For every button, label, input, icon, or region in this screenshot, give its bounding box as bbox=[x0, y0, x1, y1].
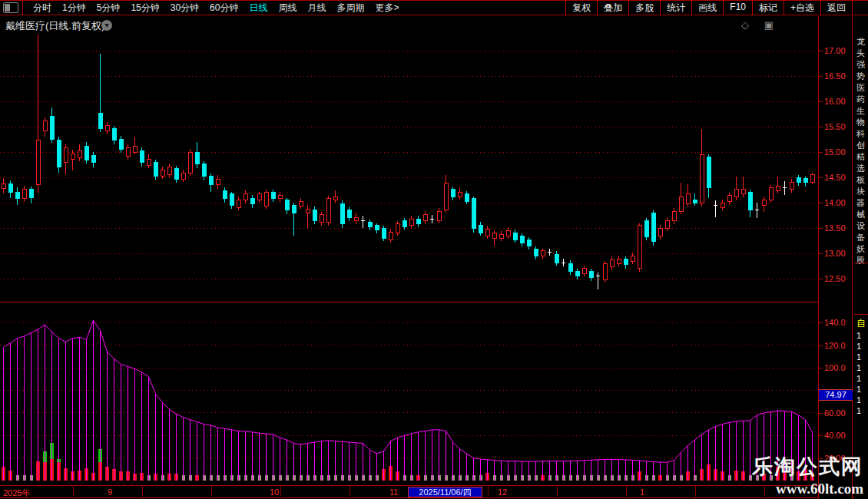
candle-body bbox=[382, 228, 386, 238]
menu-button-统计[interactable]: 统计 bbox=[661, 0, 692, 15]
time-axis-month-12: 12 bbox=[498, 487, 507, 497]
panel-divider bbox=[0, 302, 853, 302]
price-axis-tick bbox=[819, 228, 823, 229]
watchlist-name-char: 头 bbox=[856, 48, 868, 59]
candle-body bbox=[513, 233, 517, 240]
chevron-down-icon[interactable]: ▾ bbox=[101, 20, 112, 31]
candle-body bbox=[154, 163, 157, 176]
menu-button-画线[interactable]: 画线 bbox=[692, 0, 724, 15]
candle-body bbox=[36, 140, 40, 184]
candle-body bbox=[492, 233, 496, 238]
candle-body bbox=[396, 224, 399, 233]
menu-item-多周期[interactable]: 多周期 bbox=[331, 2, 369, 15]
watchlist-price-digit: 1 bbox=[856, 385, 861, 394]
menu-button-叠加[interactable]: 叠加 bbox=[598, 0, 629, 15]
candle-body bbox=[465, 194, 469, 201]
candle-body bbox=[244, 194, 247, 200]
candle-body bbox=[2, 183, 5, 189]
time-axis-tick bbox=[488, 486, 489, 497]
watchlist-name-char: 块 bbox=[856, 186, 868, 197]
candle-body bbox=[506, 230, 510, 236]
menu-item-月线[interactable]: 月线 bbox=[302, 2, 331, 15]
candle-body bbox=[84, 147, 88, 160]
menu-item-5分钟[interactable]: 5分钟 bbox=[91, 2, 126, 15]
candle-body bbox=[8, 183, 12, 193]
menu-button-多股[interactable]: 多股 bbox=[629, 0, 661, 15]
watchlist-name-char: 股 bbox=[856, 255, 868, 266]
menu-item-分时[interactable]: 分时 bbox=[28, 2, 57, 15]
candle-body bbox=[333, 197, 337, 200]
candle-body bbox=[423, 215, 427, 221]
price-axis-tick bbox=[819, 127, 823, 127]
candle-body bbox=[409, 219, 413, 225]
indicator-axis-label: 60.00 bbox=[824, 408, 846, 418]
time-axis-tick bbox=[142, 486, 143, 497]
price-axis[interactable]: 17.0016.5016.0015.5015.0014.5014.0013.50… bbox=[818, 16, 853, 499]
candle-body bbox=[451, 190, 455, 197]
pane-toggle-icon[interactable] bbox=[3, 2, 18, 13]
candle-body bbox=[195, 152, 199, 164]
candle-body bbox=[354, 217, 358, 221]
menu-button-返回[interactable]: 返回 bbox=[821, 0, 853, 15]
time-axis-line bbox=[0, 485, 853, 486]
candle-body bbox=[202, 164, 206, 177]
title-bar: 戴维医疗(日线.前复权) ▾ ◇ ▣ bbox=[0, 16, 818, 33]
candle-body bbox=[98, 113, 102, 128]
menu-button-标记[interactable]: 标记 bbox=[753, 0, 784, 15]
menu-item-30分钟[interactable]: 30分钟 bbox=[165, 2, 204, 15]
candlestick-chart[interactable] bbox=[0, 35, 818, 301]
price-axis-tick bbox=[819, 152, 823, 153]
candle-body bbox=[257, 194, 261, 200]
price-axis-label: 13.00 bbox=[824, 249, 846, 258]
watchlist-price-digit: 1 bbox=[856, 363, 861, 372]
candle-body bbox=[707, 157, 711, 188]
window-layout-icons[interactable]: ◇ ▣ bbox=[741, 19, 780, 31]
menu-item-1分钟[interactable]: 1分钟 bbox=[57, 2, 91, 15]
menu-button-+自选[interactable]: +自选 bbox=[784, 0, 821, 15]
price-axis-tick bbox=[819, 279, 823, 279]
menu-item-60分钟[interactable]: 60分钟 bbox=[204, 2, 244, 15]
watchlist-price-digit: 1 bbox=[856, 395, 861, 405]
time-axis-month-1: 1 bbox=[640, 487, 644, 497]
time-axis-month-10: 10 bbox=[270, 487, 279, 497]
candle-body bbox=[326, 198, 330, 223]
candle-body bbox=[347, 210, 351, 217]
strip-divider bbox=[854, 314, 868, 315]
watchlist-name-char: 选 bbox=[856, 163, 868, 174]
candle-body bbox=[741, 189, 745, 194]
watchlist-tab-label[interactable]: 自 bbox=[856, 317, 866, 330]
candle-body bbox=[174, 169, 178, 179]
candle-body bbox=[140, 150, 144, 163]
candle-body bbox=[575, 271, 579, 276]
candle-body bbox=[693, 200, 697, 203]
menu-item-日线[interactable]: 日线 bbox=[244, 2, 273, 15]
candle-body bbox=[126, 148, 130, 157]
candle-body bbox=[582, 269, 586, 274]
watermark-url: www.60lt.com bbox=[752, 481, 863, 497]
menu-item-更多>[interactable]: 更多> bbox=[369, 2, 404, 15]
indicator-axis-label: 120.0 bbox=[824, 341, 846, 350]
candle-body bbox=[485, 229, 489, 236]
candle-body bbox=[250, 198, 254, 203]
candle-body bbox=[644, 221, 648, 236]
menu-button-F10[interactable]: F10 bbox=[724, 0, 753, 15]
watchlist-name-char: 龙 bbox=[856, 36, 868, 48]
candle-body bbox=[91, 155, 95, 163]
candle-body bbox=[389, 232, 393, 240]
menu-button-复权[interactable]: 复权 bbox=[565, 0, 598, 15]
bottom-border bbox=[0, 497, 868, 498]
watchlist-edge-strip[interactable]: 龙头强势医药生物科创精选板块器械设备妖股自11111111 bbox=[854, 16, 868, 499]
menu-item-周线[interactable]: 周线 bbox=[273, 2, 302, 15]
candle-body bbox=[271, 193, 275, 199]
indicator-axis-label: 100.0 bbox=[824, 363, 846, 372]
candle-body bbox=[313, 210, 316, 220]
indicator-axis-tick bbox=[819, 322, 823, 323]
turnover-indicator-chart[interactable] bbox=[0, 316, 818, 485]
candle-body bbox=[368, 223, 372, 226]
indicator-header: ▾ 股朋指标网 换手: 3.47十日换手: 32.00累计: 32.00换手率过… bbox=[0, 304, 814, 315]
candle-body bbox=[527, 240, 531, 246]
candle-body bbox=[790, 182, 793, 190]
current-date-badge: 2025/11/06/四 bbox=[408, 487, 482, 497]
menu-item-15分钟[interactable]: 15分钟 bbox=[125, 2, 164, 15]
candle-body bbox=[57, 140, 61, 167]
